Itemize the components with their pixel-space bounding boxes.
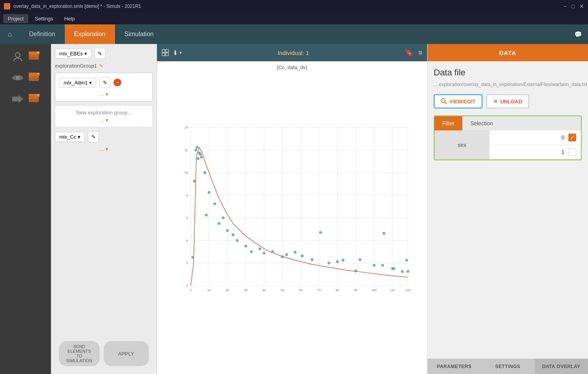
tab-definition[interactable]: Definition — [20, 24, 65, 44]
send-elements-button[interactable]: SEND ELEMENTSTO SIMULATION — [59, 341, 100, 366]
svg-text:4: 4 — [186, 239, 188, 242]
svg-text:40: 40 — [262, 288, 266, 292]
svg-point-96 — [336, 260, 339, 263]
ebes-edit-button[interactable]: ✎ — [95, 48, 106, 59]
svg-text:80: 80 — [336, 288, 339, 292]
filter-row-0: 0 ✓ — [489, 130, 581, 145]
bottom-nav-parameters[interactable]: PARAMETERS — [427, 359, 481, 374]
svg-text:10: 10 — [184, 171, 188, 174]
svg-text:6: 6 — [186, 216, 188, 220]
svg-rect-16 — [29, 99, 39, 102]
svg-point-91 — [294, 251, 296, 254]
data-file-path: ....exploration/overlay_data_in_explorat… — [434, 82, 582, 87]
right-panel-bottom: PARAMETERS SETTINGS DATA OVERLAY — [427, 359, 588, 374]
cc-dropdown[interactable]: mlx_Cc ▾ — [55, 132, 85, 142]
titlebar: overlay_data_in_exploration.smlx [demo] … — [0, 0, 588, 13]
svg-point-78 — [213, 202, 216, 205]
stack-icon-3[interactable]: + — [28, 94, 40, 104]
cc-more-button[interactable]: … ▾ — [55, 146, 153, 152]
svg-rect-21 — [162, 50, 165, 52]
new-group-button[interactable]: New exploration group... … ▾ — [55, 105, 153, 127]
svg-text:12: 12 — [184, 148, 188, 152]
minimize-button[interactable]: − — [563, 3, 566, 9]
pill-icon[interactable] — [11, 72, 24, 84]
arrow-right-icon[interactable] — [11, 93, 24, 105]
adm1-edit-button[interactable]: ✎ — [99, 77, 110, 88]
adm1-remove-button[interactable]: − — [113, 79, 121, 86]
filter-checkbox-1[interactable] — [568, 148, 576, 156]
chat-icon[interactable]: 💬 — [568, 24, 588, 44]
home-button[interactable]: ⌂ — [0, 24, 20, 44]
svg-rect-24 — [166, 53, 168, 56]
svg-point-95 — [327, 262, 330, 264]
filter-panel: Filter Selection sex 0 ✓ 1 — [434, 116, 582, 160]
svg-point-90 — [285, 253, 288, 256]
bottom-nav-settings[interactable]: SETTINGS — [481, 359, 534, 374]
menu-settings[interactable]: Settings — [30, 14, 58, 23]
svg-point-8 — [16, 75, 23, 80]
svg-point-93 — [310, 258, 313, 261]
svg-text:14: 14 — [184, 126, 188, 129]
right-panel: DATA Data file ....exploration/overlay_d… — [427, 44, 588, 374]
stack-icon-1[interactable]: + — [28, 51, 40, 62]
filter-tab[interactable]: Filter — [435, 116, 462, 130]
svg-point-79 — [217, 222, 220, 225]
chart-content: 14 12 10 8 6 4 2 0 0 10 20 30 40 50 60 — [157, 73, 427, 374]
maximize-button[interactable]: □ — [572, 3, 575, 9]
unload-button[interactable]: ✕ UNLOAD — [486, 94, 529, 108]
svg-point-70 — [195, 146, 198, 148]
stack-icon-2[interactable]: + — [28, 73, 40, 83]
svg-text:0: 0 — [186, 284, 188, 288]
adm1-more-button[interactable]: … ▾ — [59, 91, 148, 97]
svg-point-92 — [301, 255, 303, 257]
svg-text:+: + — [37, 73, 39, 76]
ebes-dropdown[interactable]: mlx_EBEs ▾ — [55, 49, 91, 59]
svg-point-102 — [383, 232, 385, 235]
selection-tab[interactable]: Selection — [462, 116, 501, 130]
chart-subtitle: {Cc, data_dv} — [157, 61, 427, 73]
tab-exploration[interactable]: Exploration — [65, 24, 115, 44]
chart-menu-icon[interactable]: ≡ — [418, 49, 422, 57]
tab-simulation[interactable]: Simulation — [115, 24, 163, 44]
svg-rect-11 — [29, 75, 39, 78]
close-button[interactable]: ✕ — [579, 3, 584, 9]
svg-point-105 — [401, 270, 404, 273]
person-icon[interactable] — [11, 50, 24, 63]
chart-bookmark-icon[interactable]: 🔖 — [405, 48, 413, 57]
right-panel-header: DATA — [427, 44, 588, 61]
adm1-dropdown[interactable]: mlx_Adm1 ▾ — [59, 78, 96, 88]
svg-point-74 — [200, 156, 203, 158]
bottom-nav-data-overlay[interactable]: DATA OVERLAY — [535, 359, 588, 374]
svg-point-0 — [15, 53, 20, 57]
group1-edit-icon[interactable]: ✎ — [99, 63, 103, 69]
menu-project[interactable]: Project — [3, 14, 28, 23]
bottom-buttons: SEND ELEMENTSTO SIMULATION APPLY — [55, 337, 153, 370]
apply-button[interactable]: APPLY — [104, 341, 149, 366]
svg-point-100 — [373, 264, 375, 267]
svg-point-75 — [203, 171, 206, 174]
svg-rect-2 — [29, 54, 39, 57]
cc-row: mlx_Cc ▾ ✎ — [55, 131, 153, 142]
svg-text:120: 120 — [405, 288, 411, 292]
svg-line-109 — [445, 102, 447, 104]
chart-grid-button[interactable] — [162, 49, 169, 56]
svg-point-76 — [205, 214, 208, 216]
svg-text:0: 0 — [190, 288, 192, 292]
chart-download-button[interactable]: ⬇ ▾ — [173, 49, 182, 57]
view-edit-button[interactable]: VIEW/EDIT — [434, 94, 482, 108]
svg-point-86 — [258, 248, 261, 250]
adm1-row: mlx_Adm1 ▾ ✎ − — [59, 77, 148, 88]
data-file-title: Data file — [434, 68, 582, 78]
svg-text:20: 20 — [226, 288, 229, 292]
right-panel-title: DATA — [499, 50, 516, 56]
filter-checkbox-0[interactable]: ✓ — [568, 134, 576, 141]
cc-edit-button[interactable]: ✎ — [88, 131, 99, 142]
sidebar-row-person: + — [0, 48, 51, 65]
chart-toolbar: ⬇ ▾ Individual: 1 🔖 ≡ — [157, 44, 427, 61]
filter-value-0: 0 — [494, 134, 564, 141]
menu-help[interactable]: Help — [59, 14, 79, 23]
svg-text:90: 90 — [354, 288, 358, 292]
exploration-controls: mlx_EBEs ▾ ✎ explorationGroup1 ✎ mlx_Adm… — [51, 44, 157, 374]
svg-text:10: 10 — [207, 288, 211, 292]
sidebar-row-arrow: + — [0, 90, 51, 108]
